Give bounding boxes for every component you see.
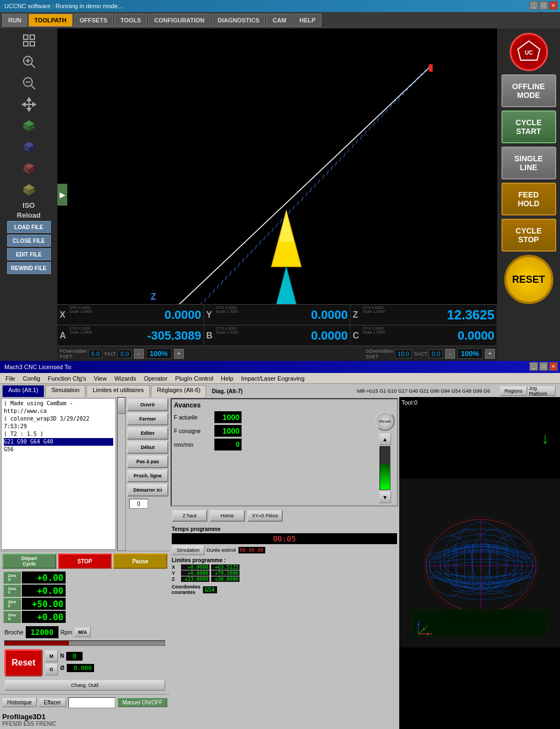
load-file-btn[interactable]: LOAD FILE — [7, 221, 51, 233]
xy0-piece-btn[interactable]: XY=0 Pièce — [247, 510, 283, 522]
bottom-minimize-btn[interactable]: _ — [529, 362, 538, 371]
chang-outil-btn[interactable]: Chang. Outil — [4, 680, 165, 691]
bottom-maximize-btn[interactable]: □ — [539, 362, 548, 371]
close-file-btn[interactable]: CLOSE FILE — [7, 235, 51, 247]
feed-bar-fill — [380, 464, 390, 489]
zero-y-btn[interactable]: ZeroY — [3, 585, 21, 597]
feed-hold-btn[interactable]: FEEDHOLD — [501, 183, 556, 215]
m-btn[interactable]: M — [45, 650, 58, 662]
nav-diagnostics[interactable]: DIAGNOSTICS — [212, 14, 265, 27]
stop-btn[interactable]: STOP — [58, 553, 112, 569]
pan-icon[interactable] — [19, 95, 39, 114]
left-arrow-indicator[interactable]: ▶ — [57, 184, 67, 206]
menu-config[interactable]: Config — [20, 375, 44, 382]
menu-file[interactable]: File — [2, 375, 19, 382]
fact-value: 0.0 — [118, 349, 131, 358]
c-subtext: DTG 0.0000Scale 1.0000 — [363, 326, 385, 334]
feed-increase-btn[interactable]: + — [174, 349, 184, 359]
feed-decrease-btn[interactable]: - — [134, 349, 144, 359]
nav-cam[interactable]: CAM — [266, 14, 292, 27]
nav-configuration[interactable]: CONFIGURATION — [148, 14, 211, 27]
svg-text:Z: Z — [419, 620, 421, 623]
pause-btn[interactable]: Pause — [113, 553, 167, 569]
pas-a-pas-btn[interactable]: Pas à pas — [127, 455, 168, 468]
gcode-line-3: G21 G90 G64 G40 — [4, 438, 113, 446]
tab-reglages[interactable]: Réglages (Alt-6) — [151, 385, 206, 397]
menu-plugin-control[interactable]: PlugIn Control — [172, 375, 217, 382]
menu-help[interactable]: Help — [218, 375, 237, 382]
zero-z-btn[interactable]: ZeroZ — [3, 598, 21, 610]
ouvrir-btn[interactable]: Ouvrir — [127, 398, 168, 411]
zoom-out-icon[interactable] — [19, 73, 39, 93]
zoom-in-icon[interactable] — [19, 52, 39, 72]
editer-btn[interactable]: Editer — [127, 427, 168, 440]
menu-wizards[interactable]: Wizards — [111, 375, 139, 382]
top-maximize-btn[interactable]: □ — [539, 1, 548, 10]
g-btn[interactable]: G — [45, 663, 58, 675]
debut-btn[interactable]: Début — [127, 441, 168, 454]
fact-label: FAcT — [104, 351, 116, 357]
home-btn[interactable]: Home — [209, 510, 245, 522]
cycle-start-btn[interactable]: CYCLESTART — [501, 110, 556, 143]
zero-x-btn[interactable]: ZeroX — [3, 571, 21, 584]
regions-btn[interactable]: Regions — [500, 386, 527, 396]
nav-offsets[interactable]: OFFSETS — [74, 14, 114, 27]
fit-screen-icon[interactable] — [19, 31, 39, 50]
menu-impact-laser[interactable]: Impact/Laser Engraving — [238, 375, 308, 382]
tab-limites[interactable]: Limites et utilitaires — [86, 385, 150, 397]
gcode-scrollbar-thumb[interactable] — [118, 398, 125, 414]
gcode-scrollbar[interactable] — [117, 397, 126, 551]
y-axis-row: ZeroY +0.00 — [3, 585, 166, 597]
manuel-on-off-btn[interactable]: Manuel ON/OFF — [118, 698, 167, 707]
demarrer-ici-btn[interactable]: Démarrer ici — [127, 483, 168, 497]
offline-mode-btn[interactable]: OFFLINEMODE — [501, 74, 556, 107]
top-minimize-btn[interactable]: _ — [529, 1, 538, 10]
reload-label[interactable]: Reload — [17, 211, 40, 219]
view-3d-top-icon[interactable] — [19, 116, 39, 136]
depart-cycle-btn[interactable]: DépartCycle — [2, 553, 56, 569]
zero-a-btn[interactable]: ZeroA — [3, 611, 21, 623]
single-line-btn[interactable]: SINGLELINE — [501, 147, 556, 179]
avances-reset-knob[interactable]: Reset — [375, 411, 395, 431]
gcode-scroll[interactable]: ( Made using CamBam - http://www.ca ( co… — [2, 399, 115, 549]
nav-help[interactable]: HELP — [294, 14, 322, 27]
nav-run[interactable]: RUN — [2, 14, 27, 27]
nav-toolpath[interactable]: TOOLPATH — [28, 14, 73, 27]
top-nav-bar: RUN TOOLPATH OFFSETS TOOLS CONFIGURATION… — [0, 12, 560, 28]
big-reset-btn[interactable]: Reset — [4, 649, 43, 676]
nav-tools[interactable]: TOOLS — [114, 14, 147, 27]
edit-file-btn[interactable]: EDIT FILE — [7, 248, 51, 260]
rewind-file-btn[interactable]: REWIND FILE — [7, 262, 51, 274]
view-3d-front-icon[interactable] — [19, 137, 39, 157]
speed-decrease-btn[interactable]: - — [445, 349, 455, 359]
historique-btn[interactable]: Historique — [2, 698, 37, 707]
view-3d-iso-icon[interactable] — [19, 180, 39, 200]
middle-controls: Avances F actuelle 1000 F consigne 1000 … — [170, 397, 399, 729]
top-close-btn[interactable]: ✕ — [549, 1, 558, 10]
menu-view[interactable]: View — [91, 375, 110, 382]
fermer-btn[interactable]: Fermer — [127, 412, 168, 425]
feed-up-btn[interactable]: ▲ — [379, 433, 391, 445]
tab-simulation[interactable]: Simulation — [45, 385, 85, 397]
effacer-btn[interactable]: Effacer — [39, 698, 66, 707]
z-haut-btn[interactable]: Z haut — [172, 510, 207, 522]
diam-row: Ø 0.000 — [60, 664, 94, 672]
feed-down-btn[interactable]: ▼ — [379, 491, 391, 503]
reset-btn[interactable]: RESET — [504, 255, 553, 304]
tab-diag[interactable]: Diag. (Alt-7) — [212, 388, 242, 394]
cycle-stop-btn[interactable]: CYCLESTOP — [501, 219, 556, 252]
bottom-close-btn[interactable]: ✕ — [549, 362, 558, 371]
proch-ligne-btn[interactable]: Proch. ligne — [127, 469, 168, 482]
top-main-area: ISO Reload LOAD FILE CLOSE FILE EDIT FIL… — [0, 28, 560, 361]
status-input[interactable] — [68, 697, 115, 708]
tab-auto[interactable]: Auto (Alt.1) — [2, 385, 44, 397]
iso-label[interactable]: ISO — [22, 201, 34, 209]
menu-function-cfgs[interactable]: Function Cfg's — [45, 375, 90, 382]
s-set-value: 10.0 — [395, 349, 412, 358]
broche-ma-btn[interactable]: M/A — [74, 627, 91, 637]
view-3d-side-icon[interactable] — [19, 159, 39, 178]
menu-operator[interactable]: Operator — [141, 375, 171, 382]
simulation-btn[interactable]: Simulation — [172, 545, 205, 555]
speed-increase-btn[interactable]: + — [485, 349, 495, 359]
jog-platform-btn[interactable]: Jog Platform — [528, 386, 556, 396]
